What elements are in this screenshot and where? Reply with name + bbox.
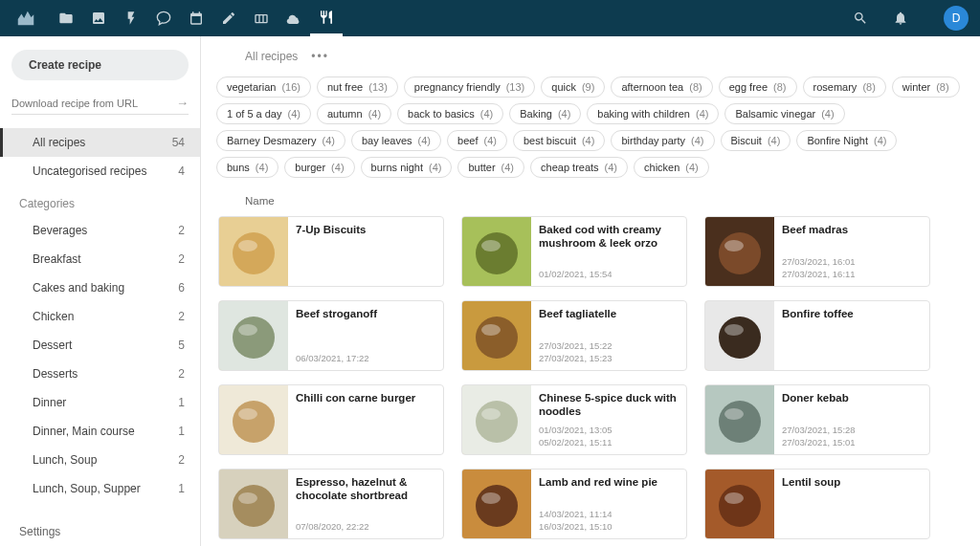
recipes-icon[interactable] [310, 0, 343, 36]
sidebar-category-item[interactable]: Lunch, Soup2 [0, 446, 200, 474]
tag-count: (4) [483, 135, 496, 146]
filter-tag[interactable]: autumn(4) [317, 103, 391, 124]
filter-tag[interactable]: baking with children(4) [587, 103, 719, 124]
calendar-icon[interactable] [180, 0, 212, 36]
talk-icon[interactable] [147, 0, 180, 36]
breadcrumb-menu-icon[interactable]: ••• [311, 50, 329, 63]
sidebar-category-item[interactable]: Dinner, Main course1 [0, 417, 200, 446]
sidebar-uncategorised[interactable]: Uncategorised recipes 4 [0, 157, 200, 186]
filter-tag[interactable]: beef(4) [447, 130, 507, 151]
deck-icon[interactable] [245, 0, 278, 36]
tag-label: pregnancy friendly [414, 81, 501, 93]
tag-count: (4) [331, 162, 344, 173]
recipe-dates: 27/03/2021, 15:2227/03/2021, 15:23 [539, 340, 679, 364]
notifications-icon[interactable] [884, 0, 917, 36]
filter-tag[interactable]: birthday party(4) [611, 130, 714, 151]
filter-tag[interactable]: Bonfire Night(4) [796, 130, 897, 151]
sidebar-item-count: 2 [178, 224, 185, 237]
recipe-card[interactable]: Lentil soup [704, 469, 930, 539]
weather-icon[interactable] [278, 0, 310, 36]
recipe-thumbnail [219, 385, 288, 454]
sidebar-categories-heading: Categories [0, 186, 200, 216]
sidebar-category-item[interactable]: Lunch, Soup, Supper1 [0, 474, 200, 503]
download-url-input[interactable] [11, 98, 176, 109]
filter-tag[interactable]: winter(8) [892, 76, 960, 98]
create-recipe-button[interactable]: Create recipe [11, 50, 189, 80]
tag-label: nut free [327, 81, 363, 93]
notes-icon[interactable] [212, 0, 245, 36]
tag-label: burger [295, 162, 325, 173]
recipe-card[interactable]: Chilli con carne burger [218, 384, 444, 455]
sidebar-category-item[interactable]: Chicken2 [0, 302, 200, 331]
tag-label: afternoon tea [621, 81, 683, 93]
svg-point-28 [719, 401, 761, 443]
filter-tag[interactable]: nut free(13) [317, 76, 398, 98]
svg-point-5 [238, 240, 257, 251]
filter-tag[interactable]: pregnancy friendly(13) [404, 76, 535, 98]
svg-point-11 [724, 240, 744, 251]
recipe-card[interactable]: 7-Up Biscuits [218, 216, 444, 287]
column-header-name[interactable]: Name [216, 189, 965, 216]
recipe-card[interactable]: Bonfire toffee [704, 300, 930, 371]
filter-tag[interactable]: buns(4) [216, 157, 278, 178]
app-logo[interactable] [11, 4, 40, 33]
filter-tag[interactable]: egg free(8) [719, 76, 797, 98]
sidebar-category-item[interactable]: Dinner1 [0, 388, 200, 417]
sidebar-item-count: 1 [178, 425, 185, 438]
filter-tag[interactable]: Barney Desmazery(4) [216, 130, 345, 151]
sidebar-all-recipes[interactable]: All recipes 54 [0, 128, 200, 157]
filter-tag[interactable]: burns night(4) [361, 157, 453, 178]
filter-tag[interactable]: rosemary(8) [803, 76, 886, 98]
folder-icon[interactable] [50, 0, 82, 36]
recipe-card[interactable]: Beef madras27/03/2021, 16:0127/03/2021, … [704, 216, 930, 287]
sidebar-settings[interactable]: Settings [0, 517, 200, 546]
tag-count: (4) [768, 135, 780, 146]
arrow-right-icon[interactable]: → [176, 96, 189, 110]
recipe-card[interactable]: Doner kebab27/03/2021, 15:2827/03/2021, … [704, 384, 930, 455]
svg-point-31 [233, 485, 275, 527]
recipe-card[interactable]: Chinese 5-spice duck with noodles01/03/2… [461, 384, 687, 455]
recipe-card[interactable]: Lamb and red wine pie14/03/2021, 11:1416… [461, 469, 687, 539]
filter-tag[interactable]: back to basics(4) [397, 103, 503, 124]
tag-count: (4) [368, 108, 381, 120]
download-url-field[interactable]: → [11, 92, 189, 115]
filter-tag[interactable]: Baking(4) [509, 103, 581, 124]
sidebar-category-item[interactable]: Cakes and baking6 [0, 273, 200, 302]
photo-icon[interactable] [82, 0, 115, 36]
tag-count: (4) [582, 135, 594, 146]
filter-tag[interactable]: best biscuit(4) [513, 130, 605, 151]
sidebar-item-label: Dinner, Main course [33, 425, 135, 438]
svg-point-8 [481, 240, 501, 251]
filter-tag[interactable]: chicken(4) [634, 157, 709, 178]
recipe-title: Chinese 5-spice duck with noodles [539, 391, 679, 419]
recipe-card[interactable]: Espresso, hazelnut & chocolate shortbrea… [218, 469, 444, 539]
recipe-dates: 27/03/2021, 16:0127/03/2021, 16:11 [782, 256, 922, 280]
tag-count: (4) [691, 135, 703, 146]
sidebar-category-item[interactable]: Dessert5 [0, 331, 200, 360]
sidebar-item-label: Lunch, Soup, Supper [33, 482, 141, 495]
recipe-card[interactable]: Beef stroganoff06/03/2021, 17:22 [218, 300, 444, 371]
activity-icon[interactable] [115, 0, 147, 36]
filter-tag[interactable]: butter(4) [457, 157, 524, 178]
filter-tag[interactable]: burger(4) [284, 157, 354, 178]
sidebar-category-item[interactable]: Breakfast2 [0, 245, 200, 273]
tag-count: (4) [429, 162, 441, 173]
filter-tag[interactable]: Balsamic vinegar(4) [724, 103, 844, 124]
filter-tag[interactable]: vegetarian(16) [216, 76, 311, 98]
svg-point-25 [476, 401, 518, 443]
filter-tag[interactable]: bay leaves(4) [351, 130, 441, 151]
svg-point-20 [724, 324, 744, 336]
sidebar-category-item[interactable]: Desserts2 [0, 360, 200, 388]
filter-tag[interactable]: Biscuit(4) [721, 130, 791, 151]
sidebar-category-item[interactable]: Beverages2 [0, 216, 200, 245]
avatar[interactable]: D [944, 6, 969, 31]
svg-point-13 [233, 317, 275, 359]
filter-tag[interactable]: cheap treats(4) [530, 157, 628, 178]
tag-label: Baking [520, 108, 552, 120]
filter-tag[interactable]: afternoon tea(8) [611, 76, 712, 98]
recipe-card[interactable]: Beef tagliatelle27/03/2021, 15:2227/03/2… [461, 300, 687, 371]
search-icon[interactable] [844, 0, 877, 36]
filter-tag[interactable]: quick(9) [541, 76, 605, 98]
filter-tag[interactable]: 1 of 5 a day(4) [216, 103, 311, 124]
recipe-card[interactable]: Baked cod with creamy mushroom & leek or… [461, 216, 687, 287]
